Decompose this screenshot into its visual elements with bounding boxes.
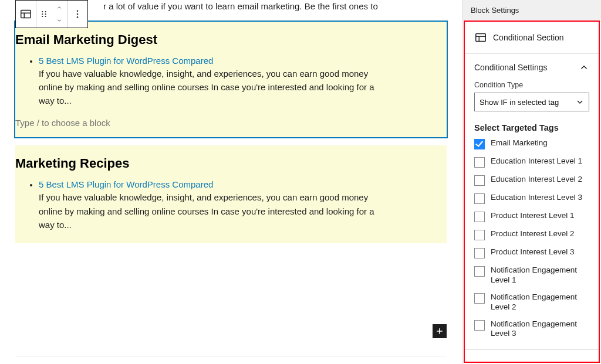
post-excerpt: If you have valuable knowledge, insight,… [39, 192, 374, 230]
post-link[interactable]: 5 Best LMS Plugin for WordPress Compared [39, 179, 391, 189]
add-block-button[interactable] [433, 324, 447, 338]
tag-label: Education Interest Level 2 [491, 175, 589, 185]
tag-row[interactable]: Notification Engagement Level 1 [474, 266, 589, 285]
tag-checkbox[interactable] [474, 139, 485, 149]
tag-row[interactable]: Product Interest Level 3 [474, 247, 589, 258]
conditional-section-block[interactable]: Marketing Recipes 5 Best LMS Plugin for … [15, 145, 447, 243]
panel-title: Conditional Settings [474, 63, 548, 72]
tag-row[interactable]: Education Interest Level 1 [474, 157, 589, 168]
tag-row[interactable]: Education Interest Level 2 [474, 175, 589, 186]
svg-point-3 [42, 16, 43, 17]
sidebar-tab-label[interactable]: Block Settings [462, 0, 601, 21]
tag-label: Notification Engagement Level 1 [491, 266, 589, 285]
tag-label: Notification Engagement Level 2 [491, 292, 589, 312]
tag-label: Product Interest Level 1 [491, 211, 589, 221]
tag-label: Product Interest Level 3 [491, 247, 589, 257]
condition-type-select[interactable]: Show IF in selected tag [474, 93, 589, 111]
tag-row[interactable]: Education Interest Level 3 [474, 193, 589, 204]
tag-checkbox[interactable] [474, 320, 485, 331]
conditional-section-icon [474, 31, 487, 44]
svg-point-5 [45, 13, 46, 15]
svg-rect-0 [21, 11, 31, 18]
tag-label: Education Interest Level 3 [491, 193, 589, 203]
move-down-button[interactable] [52, 14, 67, 27]
post-link[interactable]: 5 Best LMS Plugin for WordPress Compared [39, 56, 391, 66]
tag-checkbox[interactable] [474, 157, 485, 168]
tag-row[interactable]: Product Interest Level 1 [474, 211, 589, 222]
move-up-button[interactable] [52, 1, 67, 14]
list-item[interactable]: 5 Best LMS Plugin for WordPress Compared… [39, 56, 391, 108]
block-settings-sidebar: Block Settings Conditional Section Condi… [462, 0, 601, 364]
svg-point-6 [45, 16, 46, 17]
conditional-settings-panel-toggle[interactable]: Conditional Settings [474, 62, 589, 73]
block-appender[interactable]: Type / to choose a block [15, 110, 447, 128]
tag-checkbox[interactable] [474, 193, 485, 204]
tag-label: Product Interest Level 2 [491, 229, 589, 239]
tag-row[interactable]: Notification Engagement Level 3 [474, 319, 589, 339]
tag-list: Email MarketingEducation Interest Level … [474, 138, 589, 339]
tag-checkbox[interactable] [474, 293, 485, 304]
tag-row[interactable]: Email Marketing [474, 138, 589, 149]
sidebar-section-name: Conditional Section [493, 33, 564, 42]
tag-label: Email Marketing [491, 138, 589, 148]
svg-rect-10 [476, 34, 486, 42]
svg-point-8 [77, 13, 79, 15]
post-excerpt: If you have valuable knowledge, insight,… [39, 69, 374, 106]
tag-label: Education Interest Level 1 [491, 157, 589, 166]
intro-text-fragment[interactable]: r a lot of value if you want to learn em… [103, 0, 447, 13]
tag-checkbox[interactable] [474, 248, 485, 258]
tag-checkbox[interactable] [474, 175, 485, 186]
chevron-up-icon [579, 62, 589, 73]
tag-checkbox[interactable] [474, 212, 485, 222]
editor-footer-divider [15, 356, 447, 356]
svg-point-1 [42, 11, 43, 12]
svg-point-7 [77, 10, 79, 12]
svg-point-4 [45, 11, 46, 12]
tag-checkbox[interactable] [474, 230, 485, 240]
list-item[interactable]: 5 Best LMS Plugin for WordPress Compared… [39, 179, 391, 232]
tag-row[interactable]: Product Interest Level 2 [474, 229, 589, 240]
block-type-button[interactable] [16, 1, 36, 28]
tag-row[interactable]: Notification Engagement Level 2 [474, 292, 589, 312]
svg-point-2 [42, 13, 43, 15]
more-options-button[interactable] [67, 1, 87, 28]
svg-point-9 [77, 16, 79, 18]
section-heading[interactable]: Email Marketing Digest [15, 32, 447, 56]
condition-type-label: Condition Type [474, 81, 589, 89]
drag-handle-button[interactable] [36, 1, 52, 28]
section-heading[interactable]: Marketing Recipes [15, 156, 447, 179]
tags-heading: Select Targeted Tags [474, 123, 589, 132]
tag-checkbox[interactable] [474, 266, 485, 277]
tag-label: Notification Engagement Level 3 [491, 319, 589, 339]
conditional-section-block[interactable]: Email Marketing Digest 5 Best LMS Plugin… [15, 22, 447, 138]
block-toolbar [15, 0, 88, 28]
